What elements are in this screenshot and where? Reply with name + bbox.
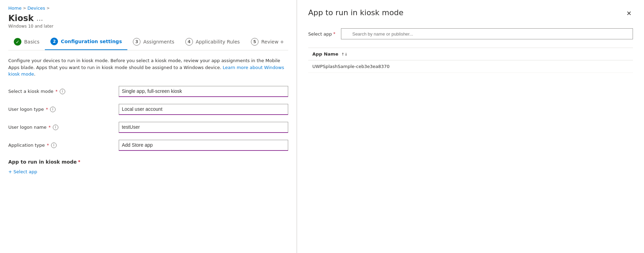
flyout-select-label: Select app *: [308, 31, 335, 37]
application-type-label: Application type * i: [8, 143, 119, 148]
kiosk-app-section: App to run in kiosk mode * + Select app: [8, 159, 288, 174]
flyout-close-button[interactable]: ✕: [625, 8, 633, 19]
page-menu-ellipsis[interactable]: ...: [37, 14, 43, 22]
application-type-info-icon[interactable]: i: [51, 143, 57, 148]
step-applicability-num: 4: [185, 38, 193, 46]
step-review-num: 5: [251, 38, 258, 46]
step-applicability-label: Applicability Rules: [196, 39, 240, 45]
user-logon-name-field: User logon name * i: [8, 122, 288, 133]
user-logon-type-input[interactable]: [119, 104, 288, 115]
search-wrapper: 🔍: [341, 28, 633, 39]
kiosk-mode-field: Select a kiosk mode * i: [8, 86, 288, 97]
page-title: Kiosk: [8, 13, 34, 23]
step-config-label: Configuration settings: [61, 39, 122, 44]
breadcrumb-sep2: >: [47, 6, 50, 10]
breadcrumb-home[interactable]: Home: [8, 6, 21, 11]
kiosk-mode-info-icon[interactable]: i: [60, 89, 65, 94]
breadcrumb: Home > Devices >: [8, 6, 288, 11]
description-period: .: [34, 71, 35, 77]
app-table-body: UWPSplashSample-ceb3e3ea8370: [308, 60, 633, 73]
application-type-field: Application type * i: [8, 140, 288, 151]
wizard-steps: ✓ Basics 2 Configuration settings 3 Assi…: [8, 34, 288, 50]
application-type-required: *: [47, 143, 49, 148]
kiosk-mode-required: *: [56, 89, 58, 94]
search-input[interactable]: [341, 28, 633, 39]
step-assignments-num: 3: [133, 38, 140, 46]
left-panel: Home > Devices > Kiosk ... Windows 10 an…: [0, 0, 297, 253]
description: Configure your devices to run in kiosk m…: [8, 57, 288, 78]
flyout-title: App to run in kiosk mode: [308, 8, 403, 17]
col-app-name[interactable]: App Name ↑↓: [308, 48, 633, 60]
step-applicability[interactable]: 4 Applicability Rules: [180, 35, 245, 50]
flyout-select-row: Select app * 🔍: [308, 28, 633, 39]
application-type-input[interactable]: [119, 140, 288, 151]
table-row[interactable]: UWPSplashSample-ceb3e3ea8370: [308, 60, 633, 73]
flyout-panel: App to run in kiosk mode ✕ Select app * …: [297, 0, 644, 253]
page-title-row: Kiosk ...: [8, 13, 288, 23]
step-review[interactable]: 5 Review +: [245, 35, 290, 50]
breadcrumb-sep1: >: [23, 6, 26, 10]
kiosk-mode-input[interactable]: [119, 86, 288, 97]
user-logon-type-field: User logon type * i: [8, 104, 288, 115]
kiosk-mode-label: Select a kiosk mode * i: [8, 89, 119, 94]
flyout-select-required: *: [333, 31, 335, 36]
breadcrumb-devices[interactable]: Devices: [28, 6, 45, 11]
cell-app-name: UWPSplashSample-ceb3e3ea8370: [308, 60, 633, 73]
user-logon-type-label: User logon type * i: [8, 107, 119, 112]
user-logon-name-required: *: [49, 125, 51, 130]
app-table: App Name ↑↓ UWPSplashSample-ceb3e3ea8370: [308, 48, 633, 73]
user-logon-name-info-icon[interactable]: i: [53, 125, 58, 130]
sort-icon: ↑↓: [341, 52, 348, 57]
flyout-header: App to run in kiosk mode ✕: [308, 8, 633, 19]
kiosk-app-required: *: [78, 159, 80, 164]
user-logon-type-info-icon[interactable]: i: [50, 107, 56, 112]
select-app-link[interactable]: + Select app: [8, 169, 37, 174]
step-assignments[interactable]: 3 Assignments: [127, 35, 180, 50]
kiosk-app-section-label: App to run in kiosk mode *: [8, 159, 288, 165]
step-assignments-label: Assignments: [143, 39, 174, 45]
step-basics-label: Basics: [24, 39, 39, 45]
step-basics[interactable]: ✓ Basics: [8, 35, 45, 50]
user-logon-name-label: User logon name * i: [8, 125, 119, 130]
user-logon-type-required: *: [46, 107, 48, 112]
table-header-row: App Name ↑↓: [308, 48, 633, 60]
step-config-num: 2: [50, 38, 58, 45]
step-basics-check-icon: ✓: [14, 38, 21, 46]
user-logon-name-input[interactable]: [119, 122, 288, 133]
page-subtitle: Windows 10 and later: [8, 24, 288, 29]
step-config[interactable]: 2 Configuration settings: [45, 34, 127, 50]
step-review-label: Review +: [261, 39, 284, 45]
